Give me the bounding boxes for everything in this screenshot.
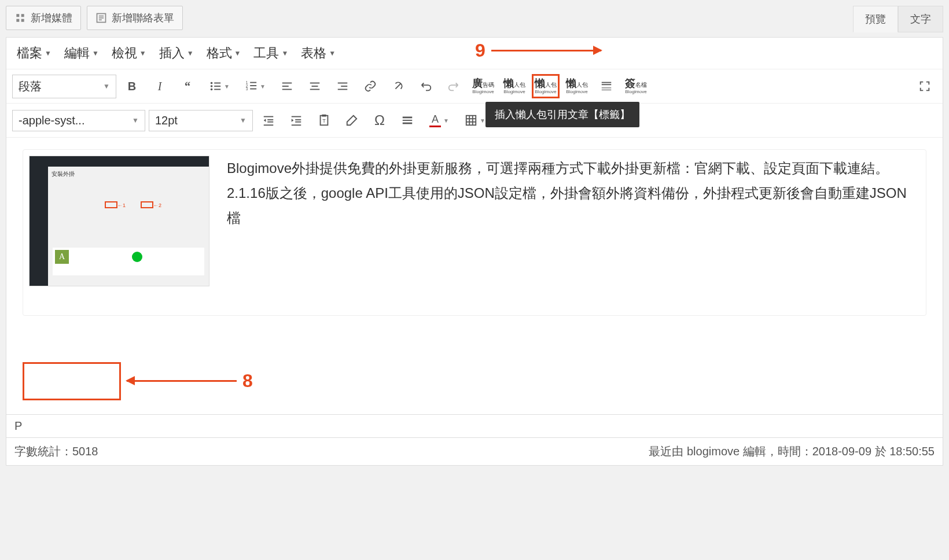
menu-view[interactable]: 檢視▼ bbox=[107, 42, 151, 64]
editor-content[interactable]: 安裝外掛 ←1 ←2 A Blogimove外掛提供免費的外掛更新服務，可選擇兩… bbox=[6, 138, 943, 414]
blockquote-button[interactable]: “ bbox=[175, 74, 200, 98]
outdent-button[interactable] bbox=[256, 108, 281, 132]
undo-button[interactable] bbox=[414, 74, 438, 98]
svg-rect-16 bbox=[282, 83, 292, 84]
svg-rect-36 bbox=[292, 124, 301, 126]
svg-rect-27 bbox=[602, 87, 612, 89]
svg-point-6 bbox=[211, 85, 213, 87]
thumbnail-image[interactable]: 安裝外掛 ←1 ←2 A bbox=[29, 156, 209, 286]
caret-icon: ▼ bbox=[45, 49, 52, 57]
form-icon bbox=[95, 12, 107, 24]
menu-tools[interactable]: 工具▼ bbox=[249, 42, 293, 64]
media-icon bbox=[14, 12, 26, 24]
svg-rect-35 bbox=[295, 121, 301, 123]
svg-rect-33 bbox=[292, 116, 301, 117]
svg-rect-41 bbox=[403, 120, 413, 121]
read-more-button[interactable] bbox=[594, 74, 619, 98]
svg-rect-5 bbox=[214, 83, 220, 84]
clear-format-button[interactable] bbox=[340, 108, 364, 132]
element-path[interactable]: P bbox=[6, 414, 943, 437]
svg-rect-38 bbox=[322, 115, 326, 117]
add-media-button[interactable]: 新增媒體 bbox=[6, 6, 81, 30]
arrow-right-icon bbox=[491, 50, 601, 51]
svg-rect-40 bbox=[403, 117, 413, 119]
tab-preview[interactable]: 預覽 bbox=[853, 6, 898, 32]
menu-file[interactable]: 檔案▼ bbox=[12, 42, 56, 64]
bullet-list-button[interactable]: ▼ bbox=[203, 74, 236, 98]
svg-rect-42 bbox=[403, 123, 413, 124]
caret-icon: ▼ bbox=[92, 49, 99, 57]
tooltip: 插入懶人包引用文章【標籤】 bbox=[485, 102, 639, 127]
align-center-button[interactable] bbox=[303, 74, 327, 98]
caret-icon: ▼ bbox=[234, 49, 241, 57]
svg-rect-29 bbox=[264, 116, 274, 117]
font-size-select[interactable]: 12pt ▼ bbox=[149, 110, 253, 131]
caret-icon: ▼ bbox=[187, 49, 194, 57]
svg-rect-11 bbox=[250, 82, 256, 83]
svg-rect-7 bbox=[214, 86, 220, 87]
blogimove-lazy3-button[interactable]: 懶人包 Blogimove bbox=[563, 74, 591, 98]
svg-rect-18 bbox=[282, 89, 292, 90]
svg-rect-19 bbox=[310, 83, 320, 84]
annotation-9: 9 bbox=[475, 40, 601, 61]
svg-rect-17 bbox=[282, 86, 289, 87]
svg-rect-15 bbox=[250, 89, 256, 90]
caret-icon: ▼ bbox=[103, 82, 110, 90]
numbered-list-button[interactable]: 123 ▼ bbox=[239, 74, 271, 98]
align-left-button[interactable] bbox=[275, 74, 299, 98]
blogimove-lazy1-button[interactable]: 懶人包 Blogimove bbox=[501, 74, 528, 98]
svg-rect-25 bbox=[602, 82, 612, 83]
svg-rect-24 bbox=[338, 89, 348, 90]
svg-rect-26 bbox=[602, 84, 612, 85]
paste-text-button[interactable]: T bbox=[312, 108, 336, 132]
svg-rect-30 bbox=[267, 119, 273, 120]
italic-button[interactable]: I bbox=[148, 74, 172, 98]
annotation-8: 8 bbox=[127, 370, 253, 392]
caret-icon: ▼ bbox=[281, 49, 288, 57]
annotation-8-target bbox=[23, 362, 121, 400]
menu-format[interactable]: 格式▼ bbox=[202, 42, 246, 64]
redo-button[interactable] bbox=[442, 74, 466, 98]
content-block: 安裝外掛 ←1 ←2 A Blogimove外掛提供免費的外掛更新服務，可選擇兩… bbox=[23, 149, 926, 316]
svg-rect-13 bbox=[250, 85, 256, 86]
svg-rect-22 bbox=[338, 83, 348, 84]
menu-edit[interactable]: 編輯▼ bbox=[60, 42, 104, 64]
special-char-button[interactable]: Ω bbox=[367, 108, 392, 132]
caret-icon: ▼ bbox=[139, 49, 146, 57]
add-contact-form-label: 新增聯絡表單 bbox=[112, 11, 174, 25]
menu-insert[interactable]: 插入▼ bbox=[155, 42, 198, 64]
svg-rect-20 bbox=[312, 86, 318, 87]
svg-rect-28 bbox=[602, 90, 612, 91]
blogimove-ad-button[interactable]: 廣告碼 Blogimove bbox=[469, 74, 497, 98]
caret-icon: ▼ bbox=[240, 116, 247, 124]
menu-table[interactable]: 表格▼ bbox=[296, 42, 340, 64]
svg-point-8 bbox=[211, 89, 213, 91]
format-select[interactable]: 段落 ▼ bbox=[12, 75, 116, 98]
last-edit-info: 最近由 blogimove 編輯，時間：2018-09-09 於 18:50:5… bbox=[649, 444, 935, 459]
font-family-select[interactable]: -apple-syst... ▼ bbox=[12, 110, 145, 131]
caret-icon: ▼ bbox=[132, 116, 139, 124]
arrow-left-icon bbox=[127, 380, 237, 382]
hr-button[interactable] bbox=[395, 108, 420, 132]
add-contact-form-button[interactable]: 新增聯絡表單 bbox=[87, 6, 183, 30]
svg-text:3: 3 bbox=[246, 87, 248, 91]
tab-text[interactable]: 文字 bbox=[898, 6, 943, 32]
svg-rect-21 bbox=[310, 89, 320, 90]
svg-rect-9 bbox=[214, 89, 220, 90]
blogimove-sign-button[interactable]: 簽名檔 Blogimove bbox=[622, 74, 650, 98]
word-count: 字數統計：5018 bbox=[14, 444, 98, 459]
unlink-button[interactable] bbox=[386, 74, 410, 98]
link-button[interactable] bbox=[358, 74, 382, 98]
align-right-button[interactable] bbox=[330, 74, 355, 98]
caret-icon: ▼ bbox=[329, 49, 336, 57]
content-paragraph: Blogimove外掛提供免費的外掛更新服務，可選擇兩種方式下載外掛更新檔：官網… bbox=[227, 156, 920, 286]
blogimove-lazy-tag-button[interactable]: 懶人包 Blogimove bbox=[532, 74, 560, 98]
svg-rect-23 bbox=[341, 86, 347, 87]
bold-button[interactable]: B bbox=[120, 74, 144, 98]
fullscreen-button[interactable] bbox=[913, 74, 937, 98]
svg-rect-32 bbox=[264, 124, 274, 126]
indent-button[interactable] bbox=[284, 108, 308, 132]
svg-rect-43 bbox=[466, 116, 476, 126]
svg-rect-34 bbox=[295, 119, 301, 120]
text-color-button[interactable]: A ▼ bbox=[423, 108, 455, 132]
